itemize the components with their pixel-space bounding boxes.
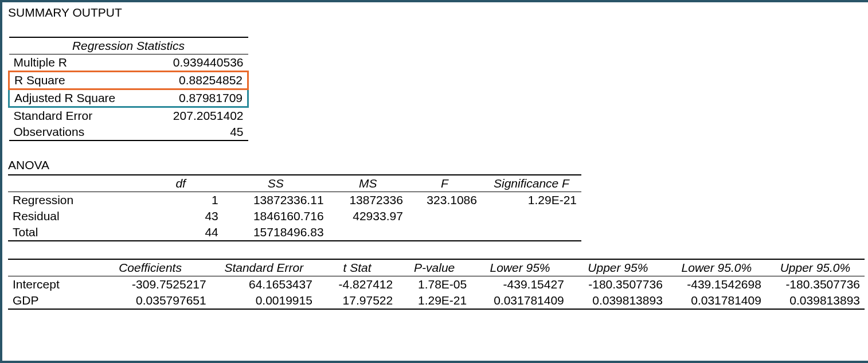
anova-title: ANOVA [8, 158, 862, 172]
coef-l95: -439.15427 [471, 276, 569, 293]
coef-se: 0.0019915 [211, 292, 317, 309]
anova-label: Regression [8, 192, 139, 209]
coef-row-gdp: GDP 0.035797651 0.0019915 17.97522 1.29E… [8, 292, 865, 309]
anova-table: df SS MS F Significance F Regression 1 1… [8, 174, 581, 241]
stat-label: Adjusted R Square [9, 89, 148, 107]
anova-sig: 1.29E-21 [482, 192, 581, 209]
coef-t: -4.827412 [317, 276, 397, 293]
coef-value: 0.035797651 [89, 292, 210, 309]
coef-header-lower95: Lower 95% [471, 259, 569, 276]
coef-u95b: -180.3507736 [766, 276, 865, 293]
anova-ss: 13872336.11 [223, 192, 329, 209]
coef-l95b: 0.031781409 [667, 292, 766, 309]
anova-sig [482, 208, 581, 224]
anova-header-ms: MS [329, 175, 408, 192]
stat-row-r-square: R Square 0.88254852 [9, 72, 248, 89]
stat-row-observations: Observations 45 [9, 124, 248, 140]
coef-header-upper95b: Upper 95.0% [766, 259, 865, 276]
anova-ss: 15718496.83 [223, 224, 329, 241]
anova-f [408, 224, 482, 241]
anova-ms [329, 224, 408, 241]
coef-label: GDP [8, 292, 89, 309]
anova-sig [482, 224, 581, 241]
stat-value: 207.2051402 [148, 107, 248, 124]
anova-ms: 42933.97 [329, 208, 408, 224]
coef-row-intercept: Intercept -309.7525217 64.1653437 -4.827… [8, 276, 865, 293]
stat-row-adjusted-r-square: Adjusted R Square 0.87981709 [9, 89, 248, 107]
stat-label: Multiple R [9, 54, 148, 72]
coef-header-lower95b: Lower 95.0% [667, 259, 766, 276]
coef-header-upper95: Upper 95% [569, 259, 667, 276]
anova-header-ss: SS [223, 175, 329, 192]
anova-ms: 13872336 [329, 192, 408, 209]
coef-p: 1.78E-05 [397, 276, 471, 293]
stat-row-multiple-r: Multiple R 0.939440536 [9, 54, 248, 72]
stat-value: 0.939440536 [148, 54, 248, 72]
stat-row-standard-error: Standard Error 207.2051402 [9, 107, 248, 124]
coef-header-se: Standard Error [211, 259, 317, 276]
anova-row-residual: Residual 43 1846160.716 42933.97 [8, 208, 581, 224]
coef-u95: 0.039813893 [569, 292, 667, 309]
coef-value: -309.7525217 [89, 276, 210, 293]
anova-label: Residual [8, 208, 139, 224]
stat-value: 45 [148, 124, 248, 140]
coef-label: Intercept [8, 276, 89, 293]
coef-l95: 0.031781409 [471, 292, 569, 309]
anova-header-df: df [139, 175, 223, 192]
anova-f: 323.1086 [408, 192, 482, 209]
anova-label: Total [8, 224, 139, 241]
coef-l95b: -439.1542698 [667, 276, 766, 293]
anova-df: 43 [139, 208, 223, 224]
stat-label: R Square [9, 72, 148, 89]
coef-p: 1.29E-21 [397, 292, 471, 309]
anova-df: 44 [139, 224, 223, 241]
coef-header-pvalue: P-value [397, 259, 471, 276]
coef-u95b: 0.039813893 [766, 292, 865, 309]
anova-header-sig: Significance F [482, 175, 581, 192]
coef-header-tstat: t Stat [317, 259, 397, 276]
regression-statistics-table: Regression Statistics Multiple R 0.93944… [8, 37, 249, 141]
anova-corner [8, 175, 139, 192]
coef-u95: -180.3507736 [569, 276, 667, 293]
coef-t: 17.97522 [317, 292, 397, 309]
anova-f [408, 208, 482, 224]
anova-row-regression: Regression 1 13872336.11 13872336 323.10… [8, 192, 581, 209]
stat-label: Observations [9, 124, 148, 140]
coef-se: 64.1653437 [211, 276, 317, 293]
regression-statistics-header: Regression Statistics [9, 37, 248, 54]
summary-output-title: SUMMARY OUTPUT [8, 6, 862, 19]
anova-header-f: F [408, 175, 482, 192]
anova-ss: 1846160.716 [223, 208, 329, 224]
anova-df: 1 [139, 192, 223, 209]
coefficients-table: Coefficients Standard Error t Stat P-val… [8, 259, 865, 310]
coef-corner [8, 259, 89, 276]
stat-value: 0.87981709 [148, 89, 248, 107]
coef-header-coefficients: Coefficients [89, 259, 210, 276]
anova-row-total: Total 44 15718496.83 [8, 224, 581, 241]
stat-label: Standard Error [9, 107, 148, 124]
stat-value: 0.88254852 [148, 72, 248, 89]
